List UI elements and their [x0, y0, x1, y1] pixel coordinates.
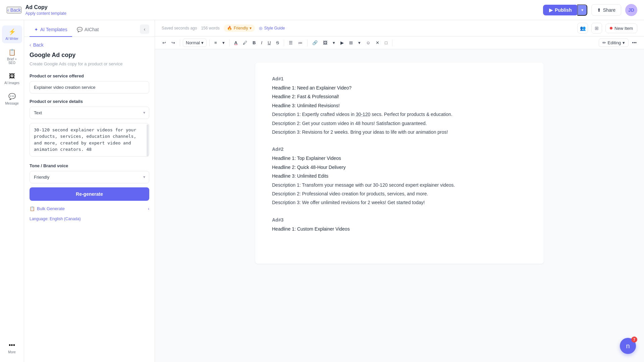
back-button[interactable]: ‹ Back	[7, 7, 21, 13]
ad1-desc1: Description 1: Expertly crafted videos i…	[272, 111, 527, 118]
nav-item-message[interactable]: 💬 Message	[2, 90, 22, 108]
tab-aichat[interactable]: 💬 AIChat	[72, 24, 104, 37]
ai-templates-tab-icon: ✦	[34, 27, 38, 32]
word-count: 156 words	[201, 26, 219, 31]
tone-select[interactable]: Friendly	[30, 171, 149, 183]
tone-badge[interactable]: 🔥 Friendly ▾	[224, 24, 255, 32]
tab-ai-templates[interactable]: ✦ AI Templates	[30, 24, 72, 37]
ai-images-icon: 🖼	[9, 73, 15, 80]
users-icon-button[interactable]: 👥	[577, 23, 588, 34]
publish-group: ▶ Publish ▾	[543, 4, 587, 16]
ad2-desc2: Description 2: Professional video creati…	[272, 190, 527, 197]
style-select[interactable]: Normal ▾	[183, 39, 207, 47]
main-layout: ⚡ AI Writer 📋 Brief + SEO 🖼 AI Images 💬 …	[0, 20, 644, 362]
aichat-tab-icon: 💬	[77, 27, 83, 32]
editing-mode-button[interactable]: ✏ Editing ▾	[599, 39, 629, 47]
ad1-desc2: Description 2: Get your custom video in …	[272, 120, 527, 127]
ad1-headline1: Headline 1: Need an Explainer Video?	[272, 84, 527, 92]
more-options-button[interactable]: •••	[630, 39, 639, 47]
language-value[interactable]: English (Canada)	[50, 217, 81, 221]
ad1-headline3: Headline 3: Unlimited Revisions!	[272, 102, 527, 109]
strikethrough-button[interactable]: S	[274, 39, 281, 47]
table-more-button[interactable]: ▾	[356, 39, 363, 47]
nav-item-ai-writer[interactable]: ⚡ AI Writer	[2, 25, 22, 43]
editing-caret-icon: ▾	[623, 40, 625, 45]
style-guide-button[interactable]: ◎ Style Guide	[259, 26, 285, 31]
style-guide-icon: ◎	[259, 26, 262, 31]
back-arrow-icon: ‹	[7, 7, 9, 13]
product-field-label: Product or service offered	[30, 73, 149, 78]
sidebar-collapse-button[interactable]: ‹	[140, 24, 149, 34]
bulk-generate-icon: 📋	[30, 206, 35, 211]
nav-item-more[interactable]: ••• More	[2, 339, 22, 357]
play-button[interactable]: ▶	[338, 39, 346, 47]
italic-button[interactable]: I	[259, 39, 264, 47]
brief-seo-icon: 📋	[8, 49, 16, 56]
undo-button[interactable]: ↩	[160, 39, 168, 47]
align-more-button[interactable]: ▾	[220, 39, 227, 47]
bold-button[interactable]: B	[251, 39, 258, 47]
highlight-button[interactable]: 🖊	[241, 39, 249, 47]
doc-title-group: Ad Copy Apply content template	[25, 4, 66, 16]
bullet-list-button[interactable]: ☰	[287, 39, 295, 47]
comment-button[interactable]: □	[383, 39, 389, 47]
chat-bubble-icon: n	[626, 342, 630, 350]
regenerate-button[interactable]: Re-generate	[30, 187, 149, 201]
nav-item-ai-images[interactable]: 🖼 AI Images	[2, 70, 22, 87]
nav-label-ai-writer: AI Writer	[5, 37, 18, 41]
nav-label-brief-seo: Brief + SEO	[4, 57, 20, 65]
image-more-button[interactable]: ▾	[331, 39, 337, 47]
grid-icon: ⊞	[595, 25, 599, 31]
share-button[interactable]: ⬆ Share	[591, 4, 621, 16]
tone-caret-icon: ▾	[250, 26, 252, 31]
text-color-button[interactable]: A	[232, 39, 239, 47]
link-button[interactable]: 🔗	[310, 39, 320, 47]
ad2-headline1: Headline 1: Top Explainer Videos	[272, 155, 527, 162]
details-field-label: Product or service details	[30, 99, 149, 104]
publish-caret-button[interactable]: ▾	[577, 4, 587, 16]
new-item-button[interactable]: New Item	[605, 23, 637, 33]
ordered-list-button[interactable]: ≔	[296, 39, 305, 47]
details-type-select-wrapper: Text ▾	[30, 107, 149, 119]
editor-area: Saved seconds ago 156 words 🔥 Friendly ▾…	[155, 20, 644, 362]
ad1-desc3: Description 3: Revisions for 2 weeks. Br…	[272, 128, 527, 136]
toolbar-divider-3	[229, 40, 230, 46]
ad3-label: Ad#3	[272, 217, 527, 223]
publish-button[interactable]: ▶ Publish	[543, 5, 578, 15]
details-type-select[interactable]: Text	[30, 107, 149, 119]
more-icon: •••	[9, 342, 15, 349]
highlight-icon: 🖊	[243, 40, 247, 45]
table-button[interactable]: ⊞	[347, 39, 355, 47]
sidebar: ✦ AI Templates 💬 AIChat ‹ ‹ Back Google …	[24, 20, 155, 362]
ad2-label: Ad#2	[272, 146, 527, 152]
ad1-headline2: Headline 2: Fast & Professional!	[272, 93, 527, 100]
tone-select-wrapper: Friendly ▾	[30, 171, 149, 183]
editor-scroll-area[interactable]: Ad#1 Headline 1: Need an Explainer Video…	[155, 49, 644, 362]
grid-icon-button[interactable]: ⊞	[591, 23, 602, 34]
underline-icon: U	[268, 40, 271, 45]
chat-bubble[interactable]: n 7	[620, 338, 636, 354]
nav-label-message: Message	[5, 102, 19, 105]
editor-meta: Saved seconds ago 156 words 🔥 Friendly ▾…	[162, 24, 572, 32]
details-textarea[interactable]: 30-120 second explainer videos for your …	[30, 123, 149, 157]
redo-button[interactable]: ↪	[169, 39, 177, 47]
sidebar-back-button[interactable]: ‹ Back	[30, 42, 149, 48]
apply-template-link[interactable]: Apply content template	[25, 11, 66, 16]
bulk-generate-button[interactable]: 📋 Bulk Generate	[30, 206, 65, 211]
ai-writer-icon: ⚡	[8, 28, 16, 36]
emoji-button[interactable]: ☺	[364, 39, 372, 47]
align-button[interactable]: ≡	[212, 39, 219, 47]
toolbar-divider-2	[209, 40, 210, 46]
editor-topbar-right: 👥 ⊞ New Item	[577, 23, 637, 34]
special-chars-button[interactable]: ✕	[374, 39, 381, 47]
editor-document: Ad#1 Headline 1: Need an Explainer Video…	[255, 63, 544, 264]
new-item-dot-icon	[610, 27, 612, 29]
avatar: JD	[625, 4, 637, 16]
product-input[interactable]	[30, 81, 149, 94]
toolbar-divider-5	[307, 40, 308, 46]
nav-item-brief-seo[interactable]: 📋 Brief + SEO	[2, 46, 22, 67]
message-icon: 💬	[8, 93, 16, 100]
tone-icon: 🔥	[227, 26, 232, 31]
image-button[interactable]: 🖼	[321, 39, 329, 47]
underline-button[interactable]: U	[266, 39, 273, 47]
